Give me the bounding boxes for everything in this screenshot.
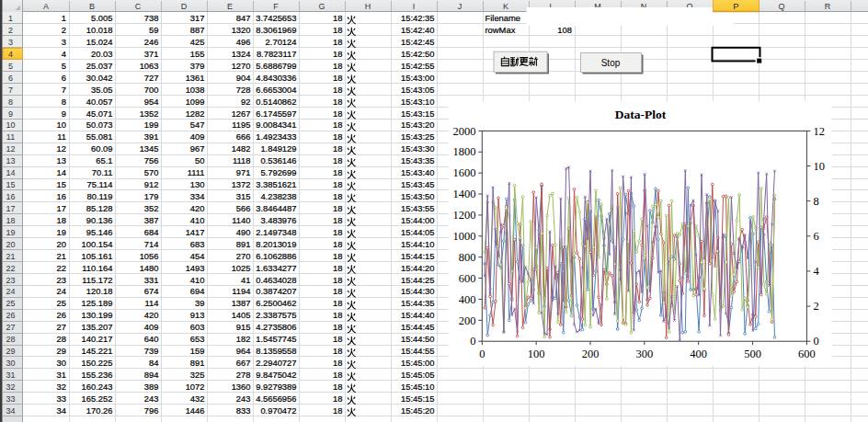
svg-text:27: 27 xyxy=(6,323,15,332)
svg-text:420: 420 xyxy=(190,203,205,213)
svg-text:rowMax: rowMax xyxy=(485,25,516,35)
svg-text:500: 500 xyxy=(744,348,761,360)
svg-text:891: 891 xyxy=(190,358,205,368)
svg-text:18: 18 xyxy=(333,179,342,189)
svg-text:18: 18 xyxy=(333,322,342,332)
svg-text:100: 100 xyxy=(528,348,545,360)
svg-text:566: 566 xyxy=(236,203,251,213)
svg-text:15:43:30: 15:43:30 xyxy=(401,143,435,154)
svg-text:1400: 1400 xyxy=(453,188,476,200)
svg-text:8: 8 xyxy=(814,195,819,208)
svg-text:159: 159 xyxy=(190,346,205,356)
svg-text:50.073: 50.073 xyxy=(86,120,113,130)
svg-text:5: 5 xyxy=(62,61,66,71)
svg-text:18: 18 xyxy=(333,393,342,404)
svg-text:15:43:20: 15:43:20 xyxy=(401,120,435,130)
svg-text:27: 27 xyxy=(57,322,66,332)
svg-text:10.018: 10.018 xyxy=(86,25,113,35)
svg-text:15:43:45: 15:43:45 xyxy=(401,179,435,189)
svg-text:2: 2 xyxy=(814,300,819,313)
svg-text:Data-Plot: Data-Plot xyxy=(615,108,667,121)
svg-text:18: 18 xyxy=(333,405,342,416)
svg-text:115.172: 115.172 xyxy=(82,275,112,285)
svg-text:894: 894 xyxy=(144,370,159,380)
svg-text:1282: 1282 xyxy=(186,108,205,119)
svg-text:2: 2 xyxy=(62,25,66,35)
svg-text:P: P xyxy=(733,1,738,11)
svg-text:15:43:15: 15:43:15 xyxy=(401,108,435,119)
svg-text:1200: 1200 xyxy=(453,209,476,222)
svg-text:4.5656956: 4.5656956 xyxy=(256,393,296,404)
svg-text:0.536146: 0.536146 xyxy=(260,155,296,165)
svg-text:1446: 1446 xyxy=(186,405,205,416)
svg-text:15: 15 xyxy=(6,180,15,189)
svg-text:15:43:00: 15:43:00 xyxy=(401,73,435,83)
svg-text:4: 4 xyxy=(8,50,13,59)
svg-text:904: 904 xyxy=(236,73,251,83)
svg-text:6.6653004: 6.6653004 xyxy=(256,85,296,95)
svg-text:600: 600 xyxy=(459,272,476,285)
svg-text:32: 32 xyxy=(6,382,15,392)
svg-text:683: 683 xyxy=(190,239,205,249)
svg-text:739: 739 xyxy=(144,346,159,356)
svg-text:92: 92 xyxy=(241,97,250,107)
svg-text:243: 243 xyxy=(144,393,159,404)
svg-text:3.3851621: 3.3851621 xyxy=(256,179,296,189)
svg-text:15:45:10: 15:45:10 xyxy=(401,382,435,392)
svg-text:714: 714 xyxy=(144,239,159,249)
svg-text:0.3874207: 0.3874207 xyxy=(256,286,296,296)
svg-text:315: 315 xyxy=(236,191,251,201)
svg-text:23: 23 xyxy=(57,275,66,285)
svg-text:20: 20 xyxy=(57,239,66,249)
svg-text:F: F xyxy=(273,2,279,11)
svg-text:1800: 1800 xyxy=(453,145,476,158)
svg-text:278: 278 xyxy=(236,370,251,380)
svg-text:179: 179 xyxy=(144,191,159,201)
svg-text:18: 18 xyxy=(333,203,342,213)
svg-text:41: 41 xyxy=(241,275,250,285)
svg-text:727: 727 xyxy=(144,73,159,83)
svg-text:674: 674 xyxy=(144,286,159,296)
svg-text:18: 18 xyxy=(333,346,342,356)
svg-text:15:45:20: 15:45:20 xyxy=(401,405,435,416)
svg-text:114: 114 xyxy=(145,298,159,308)
svg-text:8: 8 xyxy=(8,97,13,107)
svg-text:425: 425 xyxy=(190,37,205,47)
svg-text:1493: 1493 xyxy=(186,263,205,273)
svg-text:28: 28 xyxy=(57,334,66,344)
svg-text:4.2735806: 4.2735806 xyxy=(256,322,296,332)
svg-text:4.8430336: 4.8430336 xyxy=(256,73,296,83)
svg-text:15:43:55: 15:43:55 xyxy=(401,203,435,213)
svg-text:95.146: 95.146 xyxy=(86,227,113,237)
svg-text:18: 18 xyxy=(333,97,342,107)
svg-text:182: 182 xyxy=(236,334,251,344)
svg-text:1118: 1118 xyxy=(233,155,250,165)
svg-text:199: 199 xyxy=(144,120,159,130)
svg-text:18: 18 xyxy=(333,286,342,296)
svg-text:0.5140862: 0.5140862 xyxy=(256,97,296,107)
svg-text:59: 59 xyxy=(149,25,158,35)
svg-text:640: 640 xyxy=(144,334,159,344)
svg-text:K: K xyxy=(503,2,508,11)
svg-text:18: 18 xyxy=(333,370,342,380)
svg-text:912: 912 xyxy=(144,179,159,189)
svg-text:1352: 1352 xyxy=(140,108,159,119)
svg-text:110.164: 110.164 xyxy=(82,263,112,273)
svg-text:7: 7 xyxy=(8,86,13,95)
svg-text:6: 6 xyxy=(814,230,819,243)
svg-text:1320: 1320 xyxy=(232,25,251,35)
svg-text:J: J xyxy=(458,2,463,11)
svg-text:18: 18 xyxy=(333,263,342,273)
svg-text:387: 387 xyxy=(144,215,159,225)
svg-text:17: 17 xyxy=(57,203,66,213)
svg-text:3: 3 xyxy=(62,37,66,47)
svg-text:9: 9 xyxy=(8,109,13,119)
svg-text:1417: 1417 xyxy=(186,227,205,237)
svg-text:15:42:40: 15:42:40 xyxy=(401,25,435,35)
svg-text:432: 432 xyxy=(190,393,205,404)
svg-text:5.005: 5.005 xyxy=(91,13,112,23)
svg-text:317: 317 xyxy=(190,13,205,23)
svg-text:1099: 1099 xyxy=(186,97,205,107)
svg-text:18: 18 xyxy=(333,227,342,237)
svg-text:15:44:45: 15:44:45 xyxy=(401,322,435,332)
